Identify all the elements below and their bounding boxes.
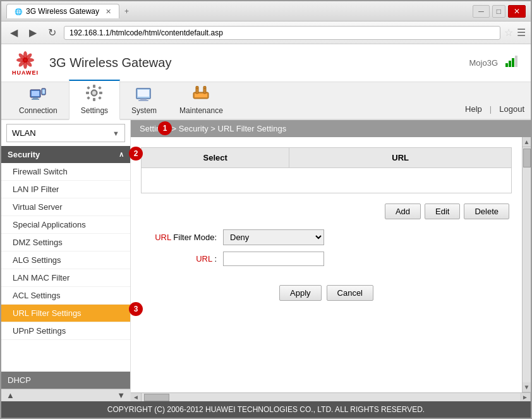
sidebar-security-section[interactable]: Security ∧: [1, 146, 130, 163]
svg-rect-10: [509, 61, 511, 67]
svg-rect-28: [99, 96, 102, 100]
browser-tab[interactable]: 🌐 3G Wireless Gateway ✕: [6, 4, 119, 18]
forward-button[interactable]: ▶: [25, 25, 40, 40]
table-header-url: URL: [289, 148, 512, 168]
nav-separator: |: [490, 104, 492, 114]
edit-button[interactable]: Edit: [425, 203, 460, 219]
nav-item-connection-label: Connection: [19, 106, 57, 115]
svg-rect-26: [99, 86, 102, 90]
nav-item-settings[interactable]: Settings: [69, 80, 120, 120]
maintenance-icon: [192, 86, 210, 105]
horizontal-scroll-thumb[interactable]: [144, 394, 169, 401]
sidebar-item-special-applications[interactable]: Special Applications: [1, 216, 130, 234]
delete-button[interactable]: Delete: [464, 203, 509, 219]
svg-rect-31: [140, 99, 147, 100]
app-title: 3G Wireless Gateway: [49, 56, 469, 70]
url-filter-table: Select URL: [141, 147, 512, 193]
help-link[interactable]: Help: [465, 104, 482, 114]
scroll-right-button[interactable]: ►: [520, 393, 531, 401]
svg-rect-9: [505, 63, 508, 67]
username-label: Mojo3G: [469, 58, 498, 68]
sidebar-scroll-buttons: ▲ ▼: [1, 389, 130, 401]
sidebar-dropdown[interactable]: WLAN ▼: [6, 124, 125, 142]
sidebar-item-lan-ip-filter[interactable]: LAN IP Filter: [1, 181, 130, 198]
scroll-thumb[interactable]: [523, 149, 531, 167]
sidebar-item-acl-settings[interactable]: ACL Settings: [1, 287, 130, 305]
dropdown-arrow-icon: ▼: [112, 130, 119, 137]
table-action-buttons: Add Edit Delete: [141, 203, 512, 219]
logout-link[interactable]: Logout: [499, 104, 524, 114]
footer-text: COPYRIGHT (C) 2006-2012 HUAWEI TECHNOLOG…: [107, 405, 425, 414]
address-input[interactable]: [64, 26, 500, 40]
sidebar: WLAN ▼ Security ∧ Firewall Switch LAN IP…: [1, 120, 131, 401]
svg-rect-16: [32, 99, 39, 100]
url-filter-form: URL Filter Mode: Deny Allow: [141, 227, 512, 275]
settings-icon: [86, 85, 102, 105]
svg-rect-23: [86, 92, 89, 94]
tab-favicon: 🌐: [15, 8, 22, 15]
right-scrollbar: ▲ ▼: [522, 137, 531, 392]
scroll-down-button[interactable]: ▼: [523, 382, 531, 392]
signal-icon: [505, 56, 521, 70]
nav-item-settings-label: Settings: [81, 106, 108, 115]
cancel-button[interactable]: Cancel: [327, 285, 373, 301]
svg-rect-14: [32, 91, 39, 96]
svg-rect-30: [138, 90, 149, 97]
annotation-badge-1: 1: [158, 121, 172, 135]
security-section-label: Security: [8, 150, 40, 159]
url-colon: :: [214, 254, 217, 264]
filter-mode-text: Filter Mode:: [173, 233, 217, 242]
svg-point-38: [203, 86, 206, 88]
bookmark-icon[interactable]: ☆: [504, 27, 513, 39]
section-collapse-icon: ∧: [119, 150, 124, 159]
svg-rect-21: [93, 85, 95, 88]
url-filter-mode-select[interactable]: Deny Allow: [223, 229, 324, 245]
sidebar-item-url-filter-settings[interactable]: URL Filter Settings: [1, 305, 130, 322]
refresh-button[interactable]: ↻: [44, 25, 60, 40]
annotation-badge-3: 3: [129, 302, 143, 316]
apply-button[interactable]: Apply: [279, 285, 322, 301]
breadcrumb: Settings > Security > URL Filter Setting…: [131, 120, 531, 137]
nav-item-connection[interactable]: Connection: [8, 82, 69, 119]
new-tab-button[interactable]: +: [119, 4, 134, 18]
sidebar-item-upnp-settings[interactable]: UPnP Settings: [1, 322, 130, 340]
sidebar-item-virtual-server[interactable]: Virtual Server: [1, 198, 130, 216]
scroll-up-button[interactable]: ▲: [523, 137, 531, 147]
nav-item-maintenance[interactable]: Maintenance: [168, 81, 234, 119]
minimize-button[interactable]: ─: [473, 5, 490, 18]
sidebar-scroll-up-button[interactable]: ▲: [6, 391, 15, 400]
add-button[interactable]: Add: [385, 203, 421, 219]
svg-rect-34: [195, 94, 207, 97]
content-area: Select URL Ad: [131, 137, 522, 392]
nav-item-system[interactable]: System: [120, 82, 168, 119]
tab-title: 3G Wireless Gateway: [26, 7, 99, 16]
menu-icon[interactable]: ☰: [517, 27, 526, 39]
svg-rect-24: [99, 92, 102, 94]
huawei-logo: HUAWEI: [11, 51, 39, 76]
svg-rect-15: [33, 97, 38, 99]
table-header-select: Select: [142, 148, 289, 168]
sidebar-scroll-down-button[interactable]: ▼: [117, 391, 125, 400]
header-right: Mojo3G: [469, 56, 521, 70]
app-header: HUAWEI 3G Wireless Gateway Mojo3G: [1, 44, 531, 82]
badge-3: 3: [129, 302, 143, 316]
svg-rect-12: [515, 56, 517, 67]
sidebar-item-alg-settings[interactable]: ALG Settings: [1, 252, 130, 269]
sidebar-item-dmz-settings[interactable]: DMZ Settings: [1, 234, 130, 252]
close-button[interactable]: ✕: [508, 5, 526, 18]
address-bar-area: ◀ ▶ ↻ ☆ ☰: [1, 21, 531, 44]
url-label: URL :: [141, 254, 217, 264]
restore-button[interactable]: □: [492, 5, 505, 18]
tab-close-button[interactable]: ✕: [106, 8, 111, 16]
svg-point-20: [92, 91, 96, 95]
scroll-left-button[interactable]: ◄: [131, 393, 142, 401]
nav-item-system-label: System: [131, 106, 157, 115]
annotation-badge-2: 2: [129, 147, 143, 161]
sidebar-item-firewall-switch[interactable]: Firewall Switch: [1, 163, 130, 181]
url-input[interactable]: [223, 252, 324, 266]
connection-icon: [29, 87, 47, 105]
sidebar-dhcp-section[interactable]: DHCP: [1, 372, 130, 389]
sidebar-item-lan-mac-filter[interactable]: LAN MAC Filter: [1, 269, 130, 287]
back-button[interactable]: ◀: [6, 25, 21, 40]
url-filter-mode-label: URL Filter Mode:: [141, 233, 217, 242]
